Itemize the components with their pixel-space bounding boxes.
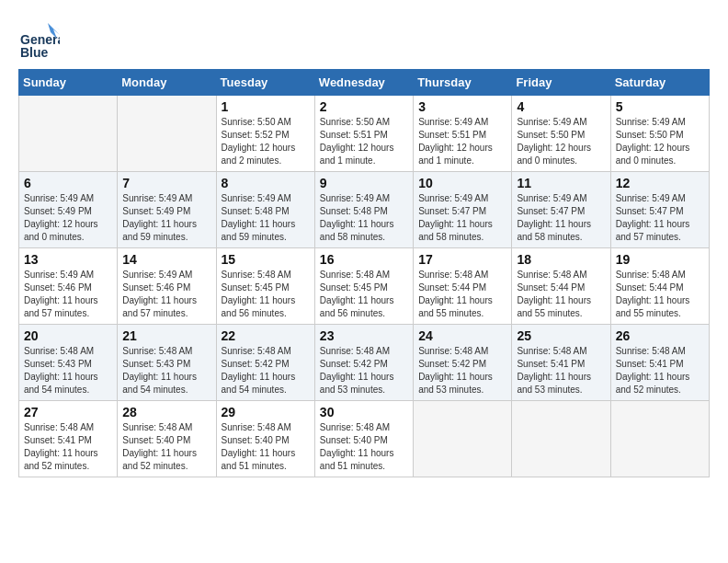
day-info: Sunrise: 5:49 AMSunset: 5:49 PMDaylight:… [24, 192, 112, 244]
day-number: 3 [418, 99, 506, 114]
day-number: 21 [122, 328, 210, 343]
day-info: Sunrise: 5:49 AMSunset: 5:48 PMDaylight:… [222, 192, 310, 244]
day-number: 7 [122, 176, 210, 190]
day-number: 11 [517, 176, 605, 190]
day-info: Sunrise: 5:48 AMSunset: 5:44 PMDaylight:… [517, 269, 605, 320]
day-number: 8 [222, 176, 310, 190]
day-number: 1 [222, 99, 310, 114]
calendar-cell: 20Sunrise: 5:48 AMSunset: 5:43 PMDayligh… [19, 325, 118, 401]
day-number: 15 [222, 252, 310, 267]
calendar-cell [610, 401, 709, 477]
day-info: Sunrise: 5:48 AMSunset: 5:42 PMDaylight:… [222, 345, 310, 396]
day-number: 27 [24, 405, 112, 419]
calendar-cell: 13Sunrise: 5:49 AMSunset: 5:46 PMDayligh… [19, 248, 118, 325]
calendar-week-row: 13Sunrise: 5:49 AMSunset: 5:46 PMDayligh… [19, 248, 710, 325]
day-info: Sunrise: 5:48 AMSunset: 5:41 PMDaylight:… [24, 421, 112, 473]
day-info: Sunrise: 5:48 AMSunset: 5:41 PMDaylight:… [616, 345, 704, 396]
calendar-week-row: 27Sunrise: 5:48 AMSunset: 5:41 PMDayligh… [19, 401, 710, 477]
calendar-cell [512, 401, 610, 477]
calendar-cell: 19Sunrise: 5:48 AMSunset: 5:44 PMDayligh… [610, 248, 709, 325]
day-info: Sunrise: 5:49 AMSunset: 5:48 PMDaylight:… [320, 192, 408, 244]
day-number: 10 [418, 176, 506, 190]
day-info: Sunrise: 5:49 AMSunset: 5:47 PMDaylight:… [418, 192, 506, 244]
day-info: Sunrise: 5:48 AMSunset: 5:41 PMDaylight:… [517, 345, 605, 396]
day-number: 2 [320, 99, 408, 114]
day-info: Sunrise: 5:49 AMSunset: 5:46 PMDaylight:… [24, 269, 112, 320]
day-number: 29 [222, 405, 310, 419]
calendar-cell: 8Sunrise: 5:49 AMSunset: 5:48 PMDaylight… [216, 172, 314, 248]
calendar-cell: 16Sunrise: 5:48 AMSunset: 5:45 PMDayligh… [314, 248, 413, 325]
day-number: 22 [222, 328, 310, 343]
calendar-cell: 10Sunrise: 5:49 AMSunset: 5:47 PMDayligh… [414, 172, 512, 248]
calendar-cell: 22Sunrise: 5:48 AMSunset: 5:42 PMDayligh… [216, 325, 314, 401]
day-info: Sunrise: 5:48 AMSunset: 5:43 PMDaylight:… [24, 345, 112, 396]
day-number: 20 [24, 328, 112, 343]
day-info: Sunrise: 5:49 AMSunset: 5:50 PMDaylight:… [517, 116, 605, 167]
day-info: Sunrise: 5:49 AMSunset: 5:51 PMDaylight:… [418, 116, 506, 167]
calendar-cell: 29Sunrise: 5:48 AMSunset: 5:40 PMDayligh… [216, 401, 314, 477]
day-info: Sunrise: 5:49 AMSunset: 5:46 PMDaylight:… [122, 269, 210, 320]
calendar-cell [118, 96, 216, 172]
calendar-cell: 1Sunrise: 5:50 AMSunset: 5:52 PMDaylight… [216, 96, 314, 172]
calendar-cell: 21Sunrise: 5:48 AMSunset: 5:43 PMDayligh… [118, 325, 216, 401]
weekday-header-thursday: Thursday [414, 70, 512, 96]
calendar-cell: 15Sunrise: 5:48 AMSunset: 5:45 PMDayligh… [216, 248, 314, 325]
day-number: 30 [320, 405, 408, 419]
calendar-cell: 26Sunrise: 5:48 AMSunset: 5:41 PMDayligh… [610, 325, 709, 401]
calendar-table: SundayMondayTuesdayWednesdayThursdayFrid… [18, 69, 710, 477]
page-header: General Blue [18, 18, 710, 55]
day-number: 4 [517, 99, 605, 114]
day-number: 25 [517, 328, 605, 343]
weekday-header-wednesday: Wednesday [314, 70, 413, 96]
weekday-header-saturday: Saturday [610, 70, 709, 96]
day-number: 13 [24, 252, 112, 267]
svg-text:Blue: Blue [20, 45, 49, 60]
calendar-cell: 23Sunrise: 5:48 AMSunset: 5:42 PMDayligh… [314, 325, 413, 401]
weekday-header-tuesday: Tuesday [216, 70, 314, 96]
calendar-cell: 14Sunrise: 5:49 AMSunset: 5:46 PMDayligh… [118, 248, 216, 325]
weekday-header-row: SundayMondayTuesdayWednesdayThursdayFrid… [19, 70, 710, 96]
day-number: 23 [320, 328, 408, 343]
logo-icon: General Blue [18, 18, 55, 55]
logo: General Blue [18, 18, 59, 55]
weekday-header-sunday: Sunday [19, 70, 118, 96]
calendar-cell: 3Sunrise: 5:49 AMSunset: 5:51 PMDaylight… [414, 96, 512, 172]
calendar-cell: 25Sunrise: 5:48 AMSunset: 5:41 PMDayligh… [512, 325, 610, 401]
day-info: Sunrise: 5:48 AMSunset: 5:42 PMDaylight:… [418, 345, 506, 396]
day-info: Sunrise: 5:49 AMSunset: 5:47 PMDaylight:… [616, 192, 704, 244]
calendar-cell: 7Sunrise: 5:49 AMSunset: 5:49 PMDaylight… [118, 172, 216, 248]
day-info: Sunrise: 5:48 AMSunset: 5:40 PMDaylight:… [320, 421, 408, 473]
calendar-week-row: 6Sunrise: 5:49 AMSunset: 5:49 PMDaylight… [19, 172, 710, 248]
day-info: Sunrise: 5:50 AMSunset: 5:51 PMDaylight:… [320, 116, 408, 167]
day-info: Sunrise: 5:49 AMSunset: 5:47 PMDaylight:… [517, 192, 605, 244]
calendar-cell: 18Sunrise: 5:48 AMSunset: 5:44 PMDayligh… [512, 248, 610, 325]
day-info: Sunrise: 5:50 AMSunset: 5:52 PMDaylight:… [222, 116, 310, 167]
day-number: 24 [418, 328, 506, 343]
calendar-cell: 6Sunrise: 5:49 AMSunset: 5:49 PMDaylight… [19, 172, 118, 248]
calendar-cell: 27Sunrise: 5:48 AMSunset: 5:41 PMDayligh… [19, 401, 118, 477]
day-number: 26 [616, 328, 704, 343]
day-info: Sunrise: 5:49 AMSunset: 5:49 PMDaylight:… [122, 192, 210, 244]
calendar-cell [19, 96, 118, 172]
day-info: Sunrise: 5:48 AMSunset: 5:40 PMDaylight:… [222, 421, 310, 473]
calendar-cell: 2Sunrise: 5:50 AMSunset: 5:51 PMDaylight… [314, 96, 413, 172]
calendar-week-row: 1Sunrise: 5:50 AMSunset: 5:52 PMDaylight… [19, 96, 710, 172]
day-number: 18 [517, 252, 605, 267]
weekday-header-friday: Friday [512, 70, 610, 96]
calendar-cell: 17Sunrise: 5:48 AMSunset: 5:44 PMDayligh… [414, 248, 512, 325]
day-number: 16 [320, 252, 408, 267]
day-number: 14 [122, 252, 210, 267]
calendar-cell: 5Sunrise: 5:49 AMSunset: 5:50 PMDaylight… [610, 96, 709, 172]
day-number: 28 [122, 405, 210, 419]
day-info: Sunrise: 5:48 AMSunset: 5:44 PMDaylight:… [616, 269, 704, 320]
day-number: 6 [24, 176, 112, 190]
day-number: 9 [320, 176, 408, 190]
calendar-cell [414, 401, 512, 477]
calendar-cell: 11Sunrise: 5:49 AMSunset: 5:47 PMDayligh… [512, 172, 610, 248]
day-number: 5 [616, 99, 704, 114]
day-info: Sunrise: 5:49 AMSunset: 5:50 PMDaylight:… [616, 116, 704, 167]
calendar-cell: 9Sunrise: 5:49 AMSunset: 5:48 PMDaylight… [314, 172, 413, 248]
calendar-cell: 4Sunrise: 5:49 AMSunset: 5:50 PMDaylight… [512, 96, 610, 172]
day-number: 19 [616, 252, 704, 267]
day-info: Sunrise: 5:48 AMSunset: 5:45 PMDaylight:… [222, 269, 310, 320]
